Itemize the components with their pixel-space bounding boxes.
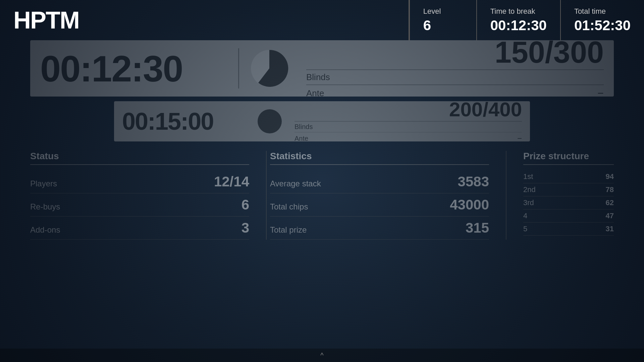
total-prize-row: Total prize 315: [270, 217, 489, 240]
prize-row: 531: [523, 223, 614, 236]
blinds-divider: [306, 69, 604, 70]
next-blinds-label: Blinds: [294, 123, 313, 131]
blinds-label: Blinds: [306, 72, 330, 82]
current-level-card: 00:12:30 150/300 Blinds Ante −: [30, 40, 614, 97]
blinds-row: Blinds: [306, 72, 604, 82]
prize-row: 2nd78: [523, 183, 614, 196]
ante-divider: [306, 84, 604, 85]
time-to-break-stat: Time to break 00:12:30: [476, 0, 560, 40]
players-label: Players: [30, 179, 57, 188]
svg-point-1: [258, 109, 282, 133]
current-pie: [249, 48, 289, 88]
current-blinds-section: 150/300 Blinds Ante −: [300, 37, 604, 100]
statistics-title: Statistics: [270, 151, 489, 165]
time-to-break-value: 00:12:30: [490, 17, 547, 34]
total-chips-row: Total chips 43000: [270, 193, 489, 217]
ante-row: Ante −: [306, 87, 604, 100]
total-prize-label: Total prize: [270, 225, 307, 235]
timer-divider: [238, 48, 239, 88]
players-value: 12/14: [214, 174, 249, 190]
addons-row: Add-ons 3: [30, 217, 249, 240]
divider-1: [266, 151, 267, 240]
status-column: Status Players 12/14 Re-buys 6 Add-ons 3: [30, 151, 263, 240]
next-level-card: 00:15:00 200/400 Blinds Ante −: [114, 101, 530, 141]
next-blinds-divider: [294, 121, 522, 122]
total-time-label: Total time: [574, 7, 631, 16]
avg-stack-label: Average stack: [270, 179, 321, 188]
next-ante-divider: [294, 132, 522, 133]
prize-column: Prize structure 1st942nd783rd62447531: [510, 151, 614, 240]
next-ante-label: Ante: [294, 135, 308, 142]
prize-title: Prize structure: [523, 151, 614, 165]
prize-value: 47: [606, 212, 614, 220]
ante-label: Ante: [306, 88, 324, 99]
bottom-bar: ^: [0, 349, 644, 362]
avg-stack-row: Average stack 3583: [270, 170, 489, 193]
prize-place: 1st: [523, 172, 533, 181]
ante-value: −: [597, 87, 604, 100]
avg-stack-value: 3583: [458, 174, 489, 190]
addons-label: Add-ons: [30, 225, 60, 235]
prize-place: 4: [523, 212, 527, 220]
total-time-stat: Total time 01:52:30: [560, 0, 644, 40]
status-title: Status: [30, 151, 249, 165]
next-pie: [256, 108, 283, 135]
next-ante-value: −: [517, 134, 522, 143]
addons-value: 3: [241, 220, 249, 236]
next-timer: 00:15:00: [122, 108, 256, 135]
logo: HPTM: [0, 0, 93, 40]
next-blinds-row: Blinds: [294, 123, 522, 131]
players-row: Players 12/14: [30, 170, 249, 193]
level-stat: Level 6: [409, 0, 476, 40]
prize-place: 3rd: [523, 198, 534, 207]
bottom-arrow: ^: [320, 352, 323, 359]
prize-row: 447: [523, 209, 614, 223]
prize-value: 31: [606, 225, 614, 233]
time-to-break-label: Time to break: [490, 7, 547, 16]
prize-row: 3rd62: [523, 196, 614, 209]
next-blinds-value: 200/400: [294, 100, 522, 120]
rebuys-label: Re-buys: [30, 202, 60, 212]
total-chips-value: 43000: [450, 197, 489, 213]
rebuys-row: Re-buys 6: [30, 193, 249, 217]
prize-row: 1st94: [523, 170, 614, 183]
next-ante-row: Ante −: [294, 134, 522, 143]
statistics-column: Statistics Average stack 3583 Total chip…: [270, 151, 502, 240]
prize-value: 94: [606, 172, 614, 181]
current-blinds-value: 150/300: [306, 37, 604, 67]
prize-place: 5: [523, 225, 527, 233]
total-prize-value: 315: [466, 220, 489, 236]
total-chips-label: Total chips: [270, 202, 308, 212]
prize-value: 62: [606, 198, 614, 207]
current-timer: 00:12:30: [40, 47, 228, 90]
header-stats: Level 6 Time to break 00:12:30 Total tim…: [409, 0, 644, 40]
level-value: 6: [423, 17, 463, 34]
prize-place: 2nd: [523, 185, 536, 194]
stats-section: Status Players 12/14 Re-buys 6 Add-ons 3…: [30, 151, 614, 240]
level-label: Level: [423, 7, 463, 16]
divider-2: [506, 151, 506, 240]
rebuys-value: 6: [241, 197, 249, 213]
total-time-value: 01:52:30: [574, 17, 631, 34]
next-blinds-section: 200/400 Blinds Ante −: [291, 100, 522, 143]
prize-value: 78: [606, 185, 614, 194]
header: HPTM Level 6 Time to break 00:12:30 Tota…: [0, 0, 644, 40]
prize-rows: 1st942nd783rd62447531: [523, 170, 614, 236]
